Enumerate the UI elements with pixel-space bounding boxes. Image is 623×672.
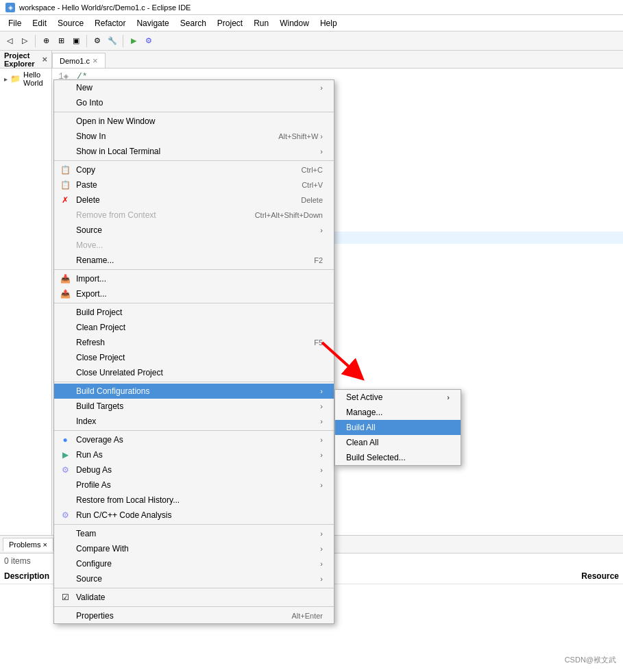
submenu-set-active-arrow: › [447,393,450,401]
ctx-move-label: Move... [76,240,103,250]
ctx-compare-with[interactable]: Compare With › [54,541,334,556]
ctx-clean-project-label: Clean Project [76,323,125,332]
hello-world-tree-item[interactable]: ▸ 📁 Hello World [0,69,51,89]
menu-item-search[interactable]: Search [175,17,212,29]
ctx-configure-arrow: › [320,560,323,568]
ctx-team[interactable]: Team › [54,526,334,541]
toolbar-btn-7[interactable]: 🔧 [106,34,119,48]
ctx-close-project-icon [60,352,71,363]
menu-item-file[interactable]: File [3,17,27,29]
ctx-close-project[interactable]: Close Project [54,350,334,365]
toolbar-sep-2 [86,35,87,47]
toolbar-btn-5[interactable]: ▣ [69,34,83,48]
ctx-show-local[interactable]: Show in Local Terminal › [54,144,334,159]
window-title: workspace - Hello World/src/Demo1.c - Ec… [19,3,191,12]
menu-item-navigate[interactable]: Navigate [131,17,174,29]
toolbar-btn-3[interactable]: ⊕ [39,34,53,48]
ctx-sep-8 [54,588,334,588]
ctx-build-config-label: Build Configurations [76,386,149,396]
submenu-set-active[interactable]: Set Active › [335,390,461,405]
ctx-restore-history[interactable]: Restore from Local History... [54,493,334,508]
ctx-build-project[interactable]: Build Project [54,305,334,320]
ctx-go-into[interactable]: Go Into [54,95,334,110]
ctx-run-arrow: › [320,451,323,459]
ctx-show-in-shortcut: Alt+Shift+W › [278,132,323,140]
menu-item-run[interactable]: Run [248,17,274,29]
ctx-source2-label: Source [76,574,102,584]
ctx-open-new-window[interactable]: Open in New Window [54,114,334,129]
ctx-delete-icon: ✗ [60,195,71,206]
ctx-source2-arrow: › [320,575,323,583]
ctx-profile-as[interactable]: Profile As › [54,477,334,493]
editor-tabs: Demo1.c × [52,51,623,69]
title-bar: ◈ workspace - Hello World/src/Demo1.c - … [0,0,623,15]
ctx-clean-project[interactable]: Clean Project [54,320,334,335]
ctx-rename[interactable]: Rename... F2 [54,253,334,268]
ctx-paste[interactable]: 📋 Paste Ctrl+V [54,177,334,192]
menu-item-window[interactable]: Window [274,17,315,29]
ctx-paste-label: Paste [76,180,97,190]
ctx-index[interactable]: Index › [54,414,334,429]
ctx-properties[interactable]: Properties Alt+Enter [54,608,334,623]
ctx-delete[interactable]: ✗ Delete Delete [54,192,334,208]
submenu-clean-all[interactable]: Clean All [335,435,461,450]
ctx-build-targets-icon [60,401,71,412]
ctx-run-as[interactable]: ▶ Run As › [54,447,334,462]
ctx-debug-as[interactable]: ⚙ Debug As › [54,462,334,477]
ctx-rename-label: Rename... [76,256,114,265]
menu-item-source[interactable]: Source [52,17,89,29]
toolbar-btn-6[interactable]: ⚙ [90,34,104,48]
toolbar-btn-4[interactable]: ⊞ [54,34,68,48]
ctx-new-icon [60,82,71,93]
menu-item-refactor[interactable]: Refactor [89,17,131,29]
ctx-source-arrow: › [320,226,323,234]
ctx-source[interactable]: Source › [54,223,334,238]
ctx-configure[interactable]: Configure › [54,556,334,571]
submenu-build-all[interactable]: Build All [335,420,461,435]
ctx-source2-icon [60,573,71,584]
ctx-copy[interactable]: 📋 Copy Ctrl+C [54,162,334,177]
tab-label: Demo1.c [60,57,90,65]
ctx-build-targets[interactable]: Build Targets › [54,399,334,414]
submenu-build-selected[interactable]: Build Selected... [335,450,461,465]
toolbar-debug-btn[interactable]: ⚙ [142,34,156,48]
ctx-import[interactable]: 📥 Import... [54,271,334,286]
ctx-show-in[interactable]: Show In Alt+Shift+W › [54,129,334,144]
toolbar-btn-2[interactable]: ▷ [18,34,32,48]
menu-item-help[interactable]: Help [315,17,343,29]
ctx-analysis-label: Run C/C++ Code Analysis [76,510,171,520]
ctx-export[interactable]: 📤 Export... [54,286,334,301]
ctx-new[interactable]: New › [54,80,334,95]
toolbar-btn-1[interactable]: ◁ [3,34,16,48]
ctx-sep-6 [54,430,334,431]
ctx-open-window-icon [60,116,71,127]
project-explorer-close[interactable]: × [42,54,47,64]
ctx-debug-icon: ⚙ [60,464,71,475]
toolbar-run-btn[interactable]: ▶ [127,34,141,48]
ctx-source2[interactable]: Source › [54,571,334,586]
ctx-build-configurations[interactable]: Build Configurations › [54,384,334,399]
ctx-move-icon [60,240,71,251]
ctx-delete-label: Delete [76,195,100,205]
build-configurations-submenu: Set Active › Manage... Build All Clean A… [334,389,461,466]
tab-close-btn[interactable]: × [93,55,98,66]
menu-item-edit[interactable]: Edit [27,17,52,29]
menu-item-project[interactable]: Project [212,17,248,29]
tree-expand-arrow: ▸ [4,75,8,83]
ctx-validate[interactable]: ☑ Validate [54,590,334,605]
ctx-coverage-arrow: › [320,436,323,444]
ctx-run-analysis[interactable]: ⚙ Run C/C++ Code Analysis [54,508,334,523]
ctx-index-icon [60,416,71,427]
ctx-sep-5 [54,382,334,382]
ctx-remove-context-label: Remove from Context [76,210,156,220]
submenu-manage[interactable]: Manage... [335,405,461,420]
ctx-sep-1 [54,112,334,112]
editor-tab-demo1[interactable]: Demo1.c × [52,53,106,68]
ctx-refresh-shortcut: F5 [314,338,323,347]
ctx-close-unrelated[interactable]: Close Unrelated Project [54,365,334,380]
ctx-refresh[interactable]: Refresh F5 [54,335,334,350]
ctx-run-label: Run As [76,450,103,460]
ctx-import-icon: 📥 [60,273,71,284]
tab-problems[interactable]: Problems × [3,538,53,551]
ctx-coverage-as[interactable]: ● Coverage As › [54,432,334,447]
